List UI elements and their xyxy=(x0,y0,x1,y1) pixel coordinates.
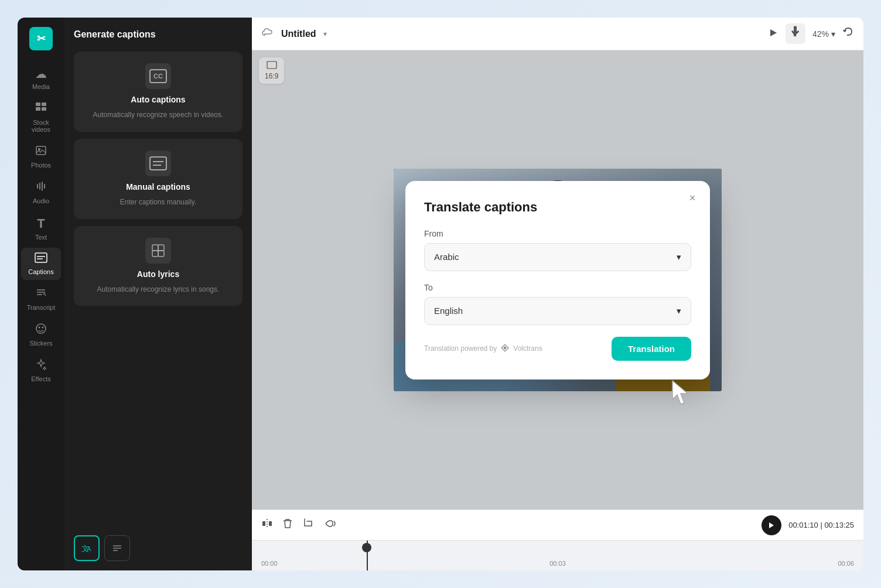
sidebar-item-label: Media xyxy=(32,83,50,90)
manual-captions-card[interactable]: Manual captions Enter captions manually. xyxy=(74,139,243,219)
svg-text:A: A xyxy=(87,545,91,552)
from-language-value: Arabic xyxy=(434,252,459,262)
undo-button[interactable] xyxy=(842,27,854,40)
captions-panel: Generate captions CC Auto captions Autom… xyxy=(64,18,252,570)
transcript-icon xyxy=(35,287,47,302)
dialog-footer: Translation powered by Volctrans Transla… xyxy=(424,337,691,361)
svg-point-13 xyxy=(39,327,40,329)
main-content: Untitled ▾ 42% ▾ xyxy=(252,18,863,570)
svg-rect-2 xyxy=(36,107,40,111)
from-chevron-icon: ▾ xyxy=(677,252,681,262)
media-icon: ☁ xyxy=(35,67,47,81)
to-label: To xyxy=(424,283,691,292)
current-time: 00:01:10 xyxy=(788,521,818,529)
svg-rect-1 xyxy=(42,102,46,106)
audio-tool-icon[interactable] xyxy=(323,518,336,532)
top-bar-actions: 42% ▾ xyxy=(768,23,854,44)
svg-rect-3 xyxy=(42,107,46,111)
crop-tool-icon[interactable] xyxy=(302,518,314,532)
svg-rect-21 xyxy=(158,245,164,251)
close-icon: × xyxy=(689,192,696,204)
sidebar-item-text[interactable]: T Text xyxy=(21,211,61,245)
from-label: From xyxy=(424,229,691,238)
translate-tab[interactable]: 文A xyxy=(74,535,100,561)
sidebar-item-label: Effects xyxy=(31,375,50,382)
translation-button[interactable]: Translation xyxy=(612,337,691,361)
timeline-label-3: 00:03 xyxy=(459,560,656,567)
zoom-control[interactable]: 42% ▾ xyxy=(812,29,835,39)
text-icon: T xyxy=(37,216,45,231)
svg-marker-36 xyxy=(672,381,688,404)
time-display: 00:01:10 | 00:13:25 xyxy=(788,521,854,529)
svg-rect-0 xyxy=(36,102,40,106)
sidebar-item-captions[interactable]: Captions xyxy=(21,248,61,280)
delete-tool-icon[interactable] xyxy=(282,518,293,532)
svg-marker-40 xyxy=(769,522,774,528)
timeline-track[interactable]: 00:00 00:03 00:06 xyxy=(261,541,854,570)
dialog-overlay: Translate captions × From Arabic ▾ To En… xyxy=(252,50,863,510)
svg-rect-23 xyxy=(158,251,164,257)
timeline-label-6: 00:06 xyxy=(657,560,854,567)
svg-rect-20 xyxy=(152,245,158,251)
sidebar-item-stock[interactable]: Stockvideos xyxy=(21,97,61,138)
svg-text:CC: CC xyxy=(153,73,163,80)
manual-captions-desc: Enter captions manually. xyxy=(120,197,197,207)
cloud-icon xyxy=(261,27,274,40)
preview-button[interactable] xyxy=(768,28,778,40)
zoom-dropdown-icon: ▾ xyxy=(831,29,835,39)
top-bar: Untitled ▾ 42% ▾ xyxy=(252,18,863,50)
svg-rect-22 xyxy=(152,251,158,257)
to-language-select[interactable]: English ▾ xyxy=(424,297,691,325)
sidebar-item-transcript[interactable]: Transcript xyxy=(21,282,61,316)
title-dropdown-icon[interactable]: ▾ xyxy=(323,30,327,38)
svg-point-12 xyxy=(36,324,46,333)
auto-captions-icon: CC xyxy=(145,63,171,89)
app-logo: ✂ xyxy=(29,27,53,50)
stock-icon xyxy=(35,102,47,117)
svg-rect-39 xyxy=(269,521,272,526)
captions-icon xyxy=(35,252,47,266)
auto-lyrics-card[interactable]: Auto lyrics Automatically recognize lyri… xyxy=(74,226,243,306)
sidebar-item-photos[interactable]: Photos xyxy=(21,140,61,173)
panel-tabs: 文A xyxy=(74,531,243,561)
zoom-value: 42% xyxy=(812,29,829,39)
svg-rect-4 xyxy=(36,146,46,155)
hand-tool-button[interactable] xyxy=(786,23,805,44)
auto-lyrics-icon xyxy=(145,238,171,264)
auto-lyrics-title: Auto lyrics xyxy=(137,269,179,279)
auto-captions-title: Auto captions xyxy=(131,95,185,104)
from-language-select[interactable]: Arabic ▾ xyxy=(424,243,691,271)
sidebar-item-label: Stickers xyxy=(29,340,52,347)
sidebar: ✂ ☁ Media Stockvideos Photos Audio T T xyxy=(18,18,64,570)
timeline-labels: 00:00 00:03 00:06 xyxy=(261,560,854,567)
sidebar-item-audio[interactable]: Audio xyxy=(21,176,61,209)
panel-title: Generate captions xyxy=(74,27,243,45)
timeline-label-0: 00:00 xyxy=(261,560,459,567)
powered-by-text: Translation powered by xyxy=(424,344,497,353)
dialog-close-button[interactable]: × xyxy=(684,190,701,207)
sidebar-item-label: Stockvideos xyxy=(32,119,50,133)
sidebar-item-stickers[interactable]: Stickers xyxy=(21,318,61,351)
canvas-area: 16:9 xyxy=(252,50,863,510)
sidebar-item-label: Transcript xyxy=(27,304,56,311)
sidebar-item-media[interactable]: ☁ Media xyxy=(21,62,61,95)
split-tool-icon[interactable] xyxy=(261,518,273,532)
svg-rect-38 xyxy=(262,521,265,526)
total-time: 00:13:25 xyxy=(824,521,854,529)
sidebar-item-effects[interactable]: Effects xyxy=(21,354,61,387)
playhead-indicator xyxy=(362,543,371,552)
dialog-title: Translate captions xyxy=(424,200,691,215)
play-button[interactable] xyxy=(762,515,781,535)
auto-captions-desc: Automatically recognize speech in videos… xyxy=(93,110,224,120)
effects-icon xyxy=(35,358,47,373)
svg-rect-6 xyxy=(35,253,47,262)
svg-rect-17 xyxy=(150,157,166,170)
timeline[interactable]: 00:00 00:03 00:06 xyxy=(252,540,863,570)
list-tab[interactable] xyxy=(104,535,130,561)
powered-by: Translation powered by Volctrans xyxy=(424,343,542,354)
volctrans-logo xyxy=(500,343,510,354)
manual-captions-title: Manual captions xyxy=(126,182,190,192)
to-language-value: English xyxy=(434,306,463,316)
stickers-icon xyxy=(35,323,47,337)
auto-captions-card[interactable]: CC Auto captions Automatically recognize… xyxy=(74,52,243,132)
